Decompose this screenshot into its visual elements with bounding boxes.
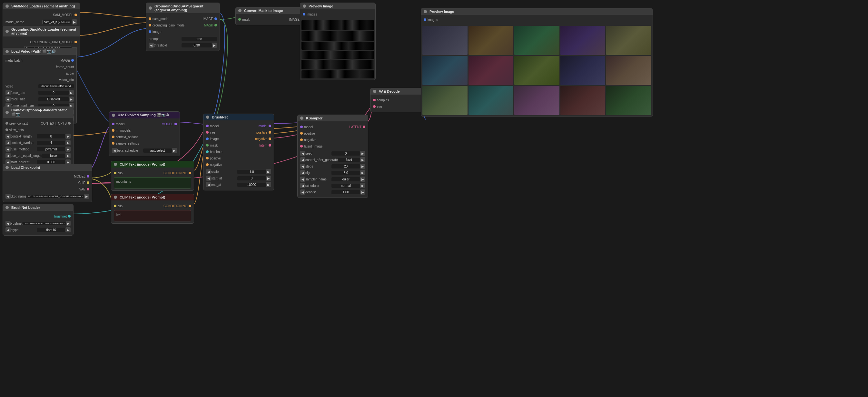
brushnet-pos-output-port[interactable] — [269, 131, 271, 134]
context-opts-output-port[interactable] — [68, 122, 71, 124]
preview-img-4 — [560, 26, 606, 55]
use-equal-left[interactable]: ◀ — [5, 153, 11, 158]
force-size-left-btn[interactable]: ◀ — [5, 96, 11, 102]
scheduler-right[interactable]: ▶ — [360, 183, 365, 188]
node-indicator — [238, 9, 242, 12]
prev-context-input-port[interactable] — [5, 122, 8, 124]
vae-input-port[interactable] — [373, 105, 376, 108]
beta-schedule-left[interactable]: ◀ — [112, 148, 117, 153]
denoise-right[interactable]: ▶ — [360, 190, 365, 195]
ksampler-model-input-port[interactable] — [300, 125, 303, 128]
sampler-name-left[interactable]: ◀ — [300, 176, 305, 182]
threshold-right-btn[interactable]: ▶ — [212, 42, 217, 48]
ctrl-after-right[interactable]: ▶ — [360, 157, 365, 162]
steps-left[interactable]: ◀ — [300, 164, 305, 169]
model-name-value[interactable]: sam_vit_h (2.56GB) — [42, 20, 71, 24]
ksampler-neg-input-port[interactable] — [300, 139, 303, 141]
context-length-left[interactable]: ◀ — [5, 134, 11, 139]
preview-right-images-input-port[interactable] — [424, 19, 426, 21]
brushnet-name-left[interactable]: ◀ — [5, 221, 10, 226]
dtype-right[interactable]: ▶ — [65, 227, 71, 232]
context-overlap-right[interactable]: ▶ — [65, 140, 71, 145]
grounding-dino-output-port[interactable] — [74, 41, 77, 43]
mask-conv-input-port[interactable] — [238, 18, 241, 21]
dino-model-input-port[interactable] — [149, 24, 151, 26]
view-opts-input-port[interactable] — [5, 129, 8, 131]
scheduler-left[interactable]: ◀ — [300, 183, 305, 188]
ksampler-latent-input-port[interactable] — [300, 145, 303, 147]
model-name-btn[interactable]: ▶ — [72, 19, 77, 25]
sample-settings-input-port[interactable] — [112, 142, 115, 145]
force-rate-right-btn[interactable]: ▶ — [69, 90, 74, 95]
force-size-right-btn[interactable]: ▶ — [69, 96, 74, 102]
clip-ckpt-output-port[interactable] — [87, 181, 89, 184]
evolved-model-output-port[interactable] — [175, 123, 177, 125]
brushnet-model-input-port[interactable] — [206, 124, 209, 127]
end-at-left[interactable]: ◀ — [206, 182, 211, 187]
sam-model-output-port[interactable] — [74, 13, 77, 16]
brushnet-brush-input-port[interactable] — [206, 150, 209, 153]
ksampler-pos-input-port[interactable] — [300, 132, 303, 135]
brushnet-latent-output-port[interactable] — [269, 144, 271, 146]
scale-right[interactable]: ▶ — [266, 169, 271, 174]
image-conv-output-label: IMAGE — [289, 18, 300, 21]
cfg-right[interactable]: ▶ — [360, 170, 365, 175]
model-ckpt-output-port[interactable] — [87, 175, 89, 177]
preview-img-9 — [560, 56, 606, 85]
seed-left[interactable]: ◀ — [300, 151, 305, 156]
clip-text-encode-pos-title: CLIP Text Encode (Prompt) — [120, 162, 165, 166]
ckpt-name-left[interactable]: ◀ — [5, 194, 11, 199]
beta-schedule-right[interactable]: ▶ — [172, 148, 177, 153]
ctrl-after-left[interactable]: ◀ — [300, 157, 305, 162]
brushnet-model-output-port[interactable] — [269, 124, 271, 127]
brushnet-vae-input-port[interactable] — [206, 131, 209, 134]
images-input-port[interactable] — [303, 13, 305, 16]
context-overlap-left[interactable]: ◀ — [5, 140, 11, 145]
m-models-input-port[interactable] — [112, 129, 115, 132]
clip-pos-input-port[interactable] — [114, 172, 116, 174]
image-output-port[interactable] — [71, 59, 74, 62]
fuse-method-right[interactable]: ▶ — [65, 146, 71, 152]
steps-right[interactable]: ▶ — [360, 164, 365, 169]
cfg-left[interactable]: ◀ — [300, 170, 305, 175]
preview-img-8 — [514, 56, 559, 85]
brushnet-neg-input-port[interactable] — [206, 163, 209, 166]
brushnet-neg-output-port[interactable] — [269, 138, 271, 140]
brushnet-name-right[interactable]: ▶ — [66, 221, 71, 226]
denoise-left[interactable]: ◀ — [300, 190, 305, 195]
cond-neg-output-port[interactable] — [189, 205, 191, 207]
sampler-name-right[interactable]: ▶ — [360, 176, 365, 182]
start-at-left[interactable]: ◀ — [206, 176, 211, 181]
samples-input-port[interactable] — [373, 99, 376, 101]
evolved-model-input-port[interactable] — [112, 123, 115, 125]
image-seg-input-port[interactable] — [149, 30, 151, 33]
scale-left[interactable]: ◀ — [206, 169, 211, 174]
context-options-header: Context Options◆Standard Static 🎬📷 — [3, 107, 73, 118]
ksampler-latent-output-port[interactable] — [363, 125, 365, 128]
sam-model-input-label: sam_model — [153, 17, 203, 21]
end-at-right[interactable]: ▶ — [266, 182, 271, 187]
sam-model-input-port[interactable] — [149, 18, 151, 20]
brushnet-header: BrushNet — [204, 114, 274, 120]
context-length-right[interactable]: ▶ — [65, 134, 71, 139]
image-seg-output-port[interactable] — [214, 18, 217, 20]
ctx-options-input-port[interactable] — [112, 136, 115, 138]
force-rate-left-btn[interactable]: ◀ — [5, 90, 11, 95]
dtype-left[interactable]: ◀ — [5, 227, 11, 232]
brushnet-output-port[interactable] — [68, 215, 71, 218]
brushnet-pos-input-port[interactable] — [206, 157, 209, 160]
brushnet-image-input-port[interactable] — [206, 138, 209, 140]
mask-seg-output-port[interactable] — [214, 24, 217, 26]
steps-value: 20 — [332, 164, 360, 169]
start-at-right[interactable]: ▶ — [266, 176, 271, 181]
clip-neg-input-port[interactable] — [114, 205, 116, 207]
ksampler-latent-output-label: LATENT — [349, 125, 362, 129]
ckpt-name-right[interactable]: ▶ — [84, 194, 89, 199]
brushnet-mask-input-port[interactable] — [206, 144, 209, 146]
use-equal-right[interactable]: ▶ — [65, 153, 71, 158]
cond-pos-output-port[interactable] — [189, 172, 191, 174]
threshold-left-btn[interactable]: ◀ — [149, 42, 154, 48]
seed-right[interactable]: ▶ — [360, 151, 365, 156]
vae-ckpt-output-port[interactable] — [87, 188, 89, 191]
fuse-method-left[interactable]: ◀ — [5, 146, 11, 152]
